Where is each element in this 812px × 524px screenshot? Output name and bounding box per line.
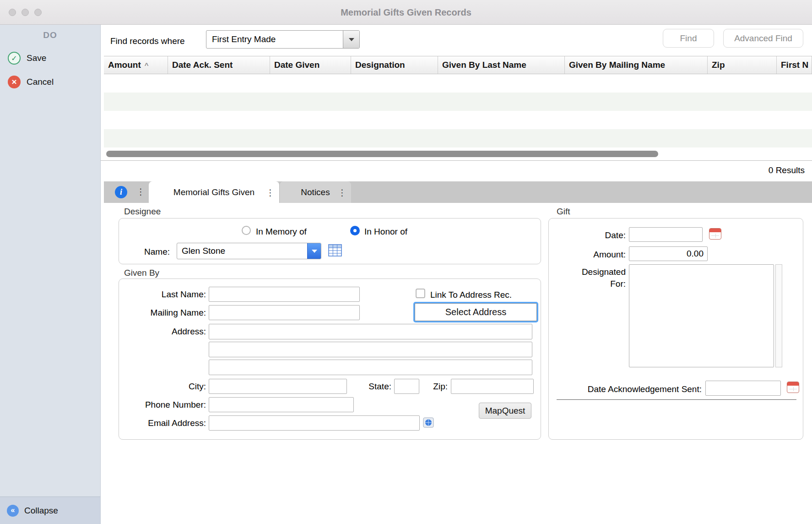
table-row [104,129,812,147]
check-icon: ✓ [8,52,21,65]
in-memory-label: In Memory of [256,227,307,237]
horizontal-scrollbar[interactable] [106,151,658,157]
calendar-icon[interactable] [709,228,721,240]
layout-menu-icon[interactable]: ⋮ [136,186,145,196]
designee-name-combo[interactable]: Glen Stone [177,243,321,259]
phone-number-label: Phone Number: [110,400,206,410]
column-header-date-ack-sent[interactable]: Date Ack. Sent [168,56,270,74]
window-title: Memorial Gifts Given Records [0,0,812,25]
title-bar: Memorial Gifts Given Records [0,0,812,25]
find-button-label: Find [680,33,697,44]
email-address-input[interactable] [209,415,420,431]
advanced-find-button[interactable]: Advanced Find [723,29,803,48]
table-row [104,93,812,111]
link-to-address-checkbox[interactable] [416,289,425,298]
mailing-name-input[interactable] [209,305,360,320]
tab-menu-icon[interactable]: ⋮ [266,187,275,197]
given-by-section-label: Given By [124,268,159,278]
address-line2-input[interactable] [209,342,532,357]
gift-amount-label: Amount: [568,250,626,260]
address-label: Address: [110,327,206,337]
web-viewer-icon[interactable] [423,417,434,428]
sidebar-header: DO [0,30,100,40]
designated-for-textarea[interactable] [629,264,774,367]
calendar-icon[interactable] [787,382,799,393]
zip-input[interactable] [451,379,534,394]
gift-section-label: Gift [557,207,570,217]
phone-number-input[interactable] [209,397,354,412]
cancel-button[interactable]: × Cancel [8,75,54,89]
mapquest-button[interactable]: MapQuest [479,403,531,419]
in-honor-label: In Honor of [364,227,407,237]
link-to-address-label: Link To Address Rec. [430,290,512,300]
sidebar: DO ✓ Save × Cancel « Collapse [0,25,101,524]
find-criteria-value: First Entry Made [206,31,343,48]
column-header-date-given[interactable]: Date Given [270,56,351,74]
gift-divider [557,399,796,400]
results-table-body [104,74,812,147]
zip-label: Zip: [403,382,448,392]
column-header-zip[interactable]: Zip [708,56,777,74]
list-bottom-border [101,160,812,161]
designee-name-value: Glen Stone [177,243,307,259]
designee-section-label: Designee [124,207,161,217]
name-dropdown-button[interactable] [307,243,321,259]
gift-date-input[interactable] [629,227,703,242]
collapse-label: Collapse [24,506,58,516]
column-header-designation[interactable]: Designation [351,56,438,74]
tab-label: Notices [301,187,330,197]
address-line1-input[interactable] [209,324,532,339]
in-honor-radio[interactable] [350,226,360,235]
save-button[interactable]: ✓ Save [8,51,46,66]
tab-memorial-gifts-given[interactable]: Memorial Gifts Given ⋮ [149,181,279,203]
advanced-find-button-label: Advanced Find [734,33,792,44]
find-records-where-label: Find records where [110,36,185,46]
table-row [104,111,812,129]
results-count: 0 Results [769,165,805,175]
find-button[interactable]: Find [663,29,714,48]
mapquest-label: MapQuest [485,406,525,416]
cancel-label: Cancel [27,77,54,87]
address-line3-input[interactable] [209,360,532,375]
results-table-header: Amount^ Date Ack. Sent Date Given Design… [104,56,812,74]
column-header-first-name[interactable]: First N [777,56,812,74]
column-header-given-by-last-name[interactable]: Given By Last Name [438,56,565,74]
tab-menu-icon[interactable]: ⋮ [338,187,346,197]
city-label: City: [110,382,206,392]
find-criteria-dropdown[interactable]: First Entry Made [206,30,360,49]
select-address-button[interactable]: Select Address [415,303,537,321]
mailing-name-label: Mailing Name: [110,308,206,318]
textarea-scrollbar[interactable] [775,264,782,367]
tab-bar: i ⋮ Memorial Gifts Given ⋮ Notices ⋮ [104,181,812,203]
collapse-button[interactable]: « Collapse [0,497,100,524]
close-icon: × [8,76,21,88]
window: Memorial Gifts Given Records DO ✓ Save ×… [0,0,812,524]
email-address-label: Email Address: [110,418,206,428]
state-label: State: [320,382,391,392]
chevron-down-icon [312,250,317,253]
sort-asc-icon: ^ [145,61,149,69]
date-ack-sent-label: Date Acknowledgement Sent: [556,384,702,394]
name-label: Name: [116,247,170,257]
designee-groupbox: In Memory of In Honor of Name: Glen Ston… [119,218,541,264]
collapse-icon: « [7,505,19,517]
gift-date-label: Date: [568,230,626,240]
dropdown-button[interactable] [343,31,359,48]
save-label: Save [27,53,46,63]
select-from-list-icon[interactable] [328,244,342,257]
date-ack-sent-input[interactable] [705,381,781,396]
last-name-input[interactable] [209,287,360,302]
designated-for-label: Designated For: [568,266,626,290]
tab-label: Memorial Gifts Given [173,187,254,197]
info-icon[interactable]: i [115,186,127,198]
in-memory-radio[interactable] [242,226,251,235]
tab-notices[interactable]: Notices ⋮ [279,181,351,203]
column-header-amount[interactable]: Amount^ [104,56,168,74]
column-header-given-by-mailing-name[interactable]: Given By Mailing Name [565,56,708,74]
last-name-label: Last Name: [110,289,206,300]
chevron-down-icon [349,38,354,41]
table-row [104,74,812,93]
select-address-label: Select Address [445,307,506,317]
gift-amount-input[interactable]: 0.00 [629,246,708,261]
